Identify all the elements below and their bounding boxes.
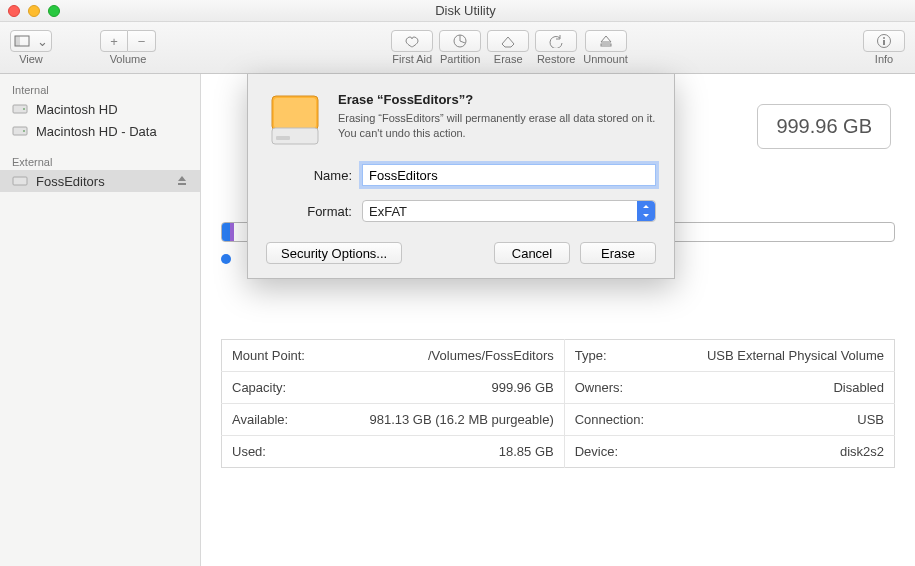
sheet-title: Erase “FossEditors”?	[338, 92, 656, 107]
svg-point-5	[883, 37, 885, 39]
external-disk-icon	[12, 173, 28, 189]
partition-button[interactable]	[439, 30, 481, 52]
info-key: Available:	[222, 404, 329, 436]
sidebar: Internal Macintosh HD Macintosh HD - Dat…	[0, 74, 201, 566]
info-table: Mount Point: /Volumes/FossEditors Type: …	[221, 339, 895, 468]
info-key: Mount Point:	[222, 340, 329, 372]
security-options-button[interactable]: Security Options...	[266, 242, 402, 264]
svg-rect-6	[883, 40, 885, 45]
window-titlebar: Disk Utility	[0, 0, 915, 22]
svg-rect-12	[178, 183, 186, 185]
restore-button[interactable]	[535, 30, 577, 52]
format-select-value: ExFAT	[369, 204, 407, 219]
view-button[interactable]: ⌄	[10, 30, 52, 52]
usage-segment-other	[230, 223, 234, 241]
info-label: Info	[875, 53, 893, 65]
eject-icon[interactable]	[176, 174, 188, 189]
info-val: USB External Physical Volume	[668, 340, 895, 372]
info-val: 18.85 GB	[329, 436, 564, 468]
erase-sheet: Erase “FossEditors”? Erasing “FossEditor…	[247, 74, 675, 279]
unmount-label: Unmount	[583, 53, 628, 65]
info-key: Device:	[564, 436, 667, 468]
info-val: USB	[668, 404, 895, 436]
partition-label: Partition	[440, 53, 480, 65]
first-aid-button[interactable]	[391, 30, 433, 52]
internal-disk-icon	[12, 101, 28, 117]
svg-rect-1	[15, 36, 20, 46]
info-key: Owners:	[564, 372, 667, 404]
sidebar-item-label: Macintosh HD - Data	[36, 124, 157, 139]
info-key: Connection:	[564, 404, 667, 436]
sheet-body: Erasing “FossEditors” will permanently e…	[338, 111, 656, 141]
svg-rect-18	[276, 136, 290, 140]
chevron-updown-icon	[637, 201, 655, 221]
format-field-label: Format:	[266, 204, 362, 219]
unmount-button[interactable]	[585, 30, 627, 52]
name-field-label: Name:	[266, 168, 362, 183]
volume-label: Volume	[110, 53, 147, 65]
sidebar-header-internal: Internal	[0, 80, 200, 98]
sidebar-item-label: FossEditors	[36, 174, 105, 189]
external-drive-icon	[266, 92, 324, 150]
window-title: Disk Utility	[8, 3, 915, 18]
capacity-badge: 999.96 GB	[757, 104, 891, 149]
usage-segment-used	[222, 223, 230, 241]
info-key: Type:	[564, 340, 667, 372]
sidebar-item-macintosh-hd-data[interactable]: Macintosh HD - Data	[0, 120, 200, 142]
internal-disk-icon	[12, 123, 28, 139]
cancel-button[interactable]: Cancel	[494, 242, 570, 264]
svg-rect-11	[13, 177, 27, 185]
format-select[interactable]: ExFAT	[362, 200, 656, 222]
info-val: 981.13 GB (16.2 MB purgeable)	[329, 404, 564, 436]
erase-label: Erase	[494, 53, 523, 65]
svg-rect-3	[601, 44, 611, 46]
toolbar: ⌄ View + − Volume First Aid Partition Er…	[0, 22, 915, 74]
sidebar-item-fosseditors[interactable]: FossEditors	[0, 170, 200, 192]
svg-point-10	[23, 130, 25, 132]
info-val: disk2s2	[668, 436, 895, 468]
info-button[interactable]	[863, 30, 905, 52]
erase-confirm-button[interactable]: Erase	[580, 242, 656, 264]
volume-add-button[interactable]: +	[100, 30, 128, 52]
restore-label: Restore	[537, 53, 576, 65]
volume-remove-button[interactable]: −	[128, 30, 156, 52]
view-label: View	[19, 53, 43, 65]
erase-button[interactable]	[487, 30, 529, 52]
sidebar-item-label: Macintosh HD	[36, 102, 118, 117]
window-controls	[8, 5, 60, 17]
usage-legend-dot	[221, 254, 231, 264]
info-val: Disabled	[668, 372, 895, 404]
minimize-window-button[interactable]	[28, 5, 40, 17]
info-key: Used:	[222, 436, 329, 468]
svg-rect-16	[274, 98, 316, 128]
sidebar-item-macintosh-hd[interactable]: Macintosh HD	[0, 98, 200, 120]
svg-point-8	[23, 108, 25, 110]
zoom-window-button[interactable]	[48, 5, 60, 17]
close-window-button[interactable]	[8, 5, 20, 17]
info-key: Capacity:	[222, 372, 329, 404]
first-aid-label: First Aid	[392, 53, 432, 65]
sidebar-header-external: External	[0, 152, 200, 170]
info-val: 999.96 GB	[329, 372, 564, 404]
info-val: /Volumes/FossEditors	[329, 340, 564, 372]
name-input[interactable]	[362, 164, 656, 186]
